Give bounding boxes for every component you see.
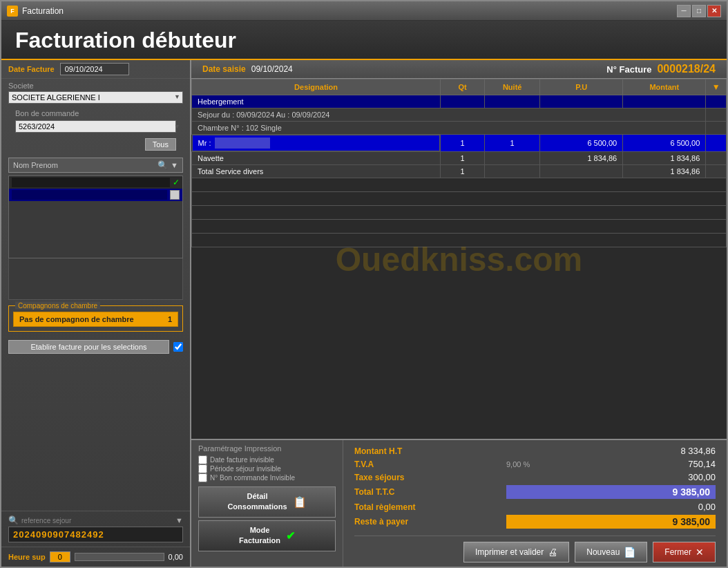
facture-section: N° Facture 0000218/24 (606, 63, 716, 75)
mr-input-area[interactable] (215, 138, 270, 149)
periode-invisible-checkbox[interactable] (198, 464, 207, 473)
content-area: Date Facture Societe SOCIETE ALGERIENNE … (1, 60, 727, 567)
bon-commande-section: Bon de commande 5263/2024 (1, 106, 190, 134)
table-row[interactable]: Chambre N° : 102 Single (192, 122, 727, 135)
data-table: Designation Qt Nuité P.U Montant ▼ Heber… (191, 79, 727, 247)
fermer-button[interactable]: Fermer ✕ (653, 542, 716, 562)
cell-nuite (485, 152, 540, 165)
bon-invisible-checkbox[interactable] (198, 473, 207, 482)
imprimer-button[interactable]: Imprimer et valider 🖨 (463, 542, 569, 562)
app-header: Facturation débuteur (1, 21, 727, 60)
table-container: Designation Qt Nuité P.U Montant ▼ Heber… (191, 79, 727, 439)
cell-pu (540, 165, 623, 178)
heure-bar (75, 553, 164, 561)
cell-expand (706, 122, 727, 135)
facture-label: N° Facture (606, 64, 651, 75)
detail-consommations-button[interactable]: DétailConsommations 📋 (198, 486, 336, 518)
nouveau-label: Nouveau (586, 547, 620, 557)
summary-total-ttc: Total T.T.C 9 385,00 (354, 484, 716, 500)
date-facture-input[interactable] (60, 63, 129, 75)
col-designation: Designation (192, 79, 441, 95)
detail-consommations-label: DétailConsommations (227, 491, 287, 513)
fermer-icon: ✕ (696, 547, 704, 558)
summary-total-reglement: Total règlement 0,00 (354, 500, 716, 513)
tous-row: Tous (1, 134, 190, 155)
list-item-selected[interactable] (9, 189, 182, 201)
mode-facturation-button[interactable]: ModeFacturation ✔ (198, 520, 336, 551)
table-row[interactable]: Total Service divers 1 1 834,86 (192, 165, 727, 178)
tva-value: 750,14 (553, 459, 716, 469)
table-row[interactable]: Mr : 1 1 6 500,00 6 500,00 (192, 135, 727, 152)
checkbox-row-2: Période séjour invisible (198, 464, 336, 473)
heure-sup-label: Heure sup (8, 553, 46, 561)
cell-nuite (485, 165, 540, 178)
cell-qt: 1 (441, 165, 485, 178)
heure-row: Heure sup 0,00 (1, 547, 190, 567)
list-item[interactable]: ✓ (9, 176, 182, 189)
etablir-checkbox[interactable] (173, 342, 183, 352)
left-panel: Date Facture Societe SOCIETE ALGERIENNE … (1, 60, 191, 567)
cell-montant: 6 500,00 (623, 135, 706, 152)
table-row[interactable]: Hebergement (192, 95, 727, 108)
bottom-section: Paramétrage Impression Date facture invi… (191, 439, 727, 567)
cell-qt: 1 (441, 135, 485, 152)
compagnons-title: Compagnons de chambre (15, 302, 100, 310)
nom-prenom-sort-icon[interactable]: ▼ (171, 161, 178, 169)
cell-pu (540, 95, 623, 108)
montant-ht-value: 8 334,86 (506, 446, 716, 456)
etablir-row: Etablire facture pour les selections (8, 340, 183, 354)
reference-arrow-icon[interactable]: ▼ (175, 516, 183, 524)
col-montant: Montant (623, 79, 706, 95)
reste-payer-value: 9 385,00 (506, 515, 716, 529)
tva-pct: 9,00 % (506, 460, 548, 468)
checkbox-row-1: Date facture invisible (198, 455, 336, 464)
minimize-button[interactable]: ─ (677, 5, 691, 17)
reference-search-icon[interactable]: 🔍 (8, 515, 19, 525)
date-invisible-checkbox[interactable] (198, 455, 207, 464)
table-row[interactable]: Sejour du : 09/09/2024 Au : 09/09/2024 (192, 108, 727, 122)
printer-icon: 🖨 (548, 547, 557, 558)
reference-section: 🔍 reference sejour ▼ (1, 511, 190, 547)
cell-designation: Total Service divers (192, 165, 441, 178)
close-window-button[interactable]: ✕ (707, 5, 721, 17)
table-row-empty (192, 192, 727, 206)
list-area[interactable]: ✓ (8, 176, 183, 258)
cell-nuite: 1 (485, 135, 540, 152)
checkbox-row-3: N° Bon commande Invisible (198, 473, 336, 482)
nom-prenom-search-icon[interactable]: 🔍 (157, 160, 168, 170)
societe-select[interactable]: SOCIETE ALGERIENNE I (8, 91, 183, 104)
table-row-empty (192, 220, 727, 234)
taxe-label: Taxe séjours (354, 473, 506, 482)
tous-button[interactable]: Tous (145, 138, 176, 151)
summary-taxe: Taxe séjours 300,00 (354, 471, 716, 484)
etablir-button[interactable]: Etablire facture pour les selections (8, 340, 169, 354)
bottom-buttons-row: Imprimer et valider 🖨 Nouveau 📄 Fermer ✕ (354, 536, 716, 562)
heure-sup-input[interactable] (50, 551, 70, 562)
summary-area: Montant H.T 8 334,86 T.V.A 9,00 % 750,14… (343, 440, 727, 567)
top-info-bar: Date saisie 09/10/2024 N° Facture 000021… (191, 60, 727, 79)
col-expand[interactable]: ▼ (706, 79, 727, 95)
reference-input[interactable] (8, 527, 183, 542)
nouveau-icon: 📄 (624, 547, 635, 558)
window-controls: ─ □ ✕ (677, 5, 721, 17)
table-row[interactable]: Navette 1 1 834,86 1 834,86 (192, 152, 727, 165)
expand-icon[interactable]: ▼ (712, 82, 720, 92)
bon-commande-select[interactable]: 5263/2024 (15, 120, 176, 133)
list-item-checkbox[interactable] (170, 190, 180, 200)
nouveau-button[interactable]: Nouveau 📄 (575, 542, 647, 562)
right-panel: Date saisie 09/10/2024 N° Facture 000021… (191, 60, 727, 567)
date-saisie-section: Date saisie 09/10/2024 (202, 64, 293, 74)
title-bar: F Facturation ─ □ ✕ (1, 1, 727, 21)
cell-expand (706, 108, 727, 122)
fermer-label: Fermer (664, 547, 691, 557)
table-row-empty (192, 234, 727, 247)
maximize-button[interactable]: □ (692, 5, 706, 17)
app-icon: F (7, 6, 18, 17)
col-qt: Qt (441, 79, 485, 95)
periode-invisible-label: Période séjour invisible (210, 465, 281, 473)
detail-icon: 📋 (293, 495, 307, 509)
app-title: Facturation débuteur (15, 28, 713, 53)
date-saisie-value: 09/10/2024 (251, 64, 293, 74)
cell-pu: 6 500,00 (540, 135, 623, 152)
pas-compagnon-button[interactable]: Pas de compagnon de chambre 1 (13, 312, 178, 327)
